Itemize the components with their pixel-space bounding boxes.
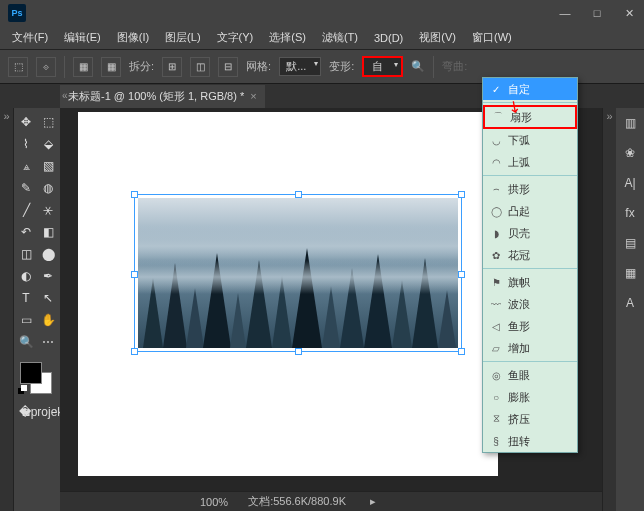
marquee-tool[interactable]: ⬚	[38, 112, 58, 132]
menu-separator	[483, 102, 577, 103]
screen-mode-tool[interactable]: �projektor	[38, 402, 58, 422]
panel-channels-icon[interactable]: ▦	[621, 264, 639, 282]
close-tab-icon[interactable]: ×	[250, 90, 256, 102]
quick-select-tool[interactable]: ⬙	[38, 134, 58, 154]
crop-tool[interactable]: ⟁	[16, 156, 36, 176]
left-collapse-strip[interactable]: »	[0, 108, 14, 511]
warp-item-twist[interactable]: §扭转	[483, 430, 577, 452]
collapse-left-icon[interactable]: «	[62, 90, 68, 101]
transform-bounds[interactable]	[134, 194, 462, 352]
menu-window[interactable]: 窗口(W)	[468, 28, 516, 47]
menu-file[interactable]: 文件(F)	[8, 28, 52, 47]
warp-mode-icon[interactable]: ⟐	[36, 57, 56, 77]
stamp-tool[interactable]: ⚹	[38, 200, 58, 220]
warp-item-flag[interactable]: ⚑旗帜	[483, 271, 577, 293]
menu-edit[interactable]: 编辑(E)	[60, 28, 105, 47]
document-tab[interactable]: 未标题-1 @ 100% (矩形 1, RGB/8) * ×	[60, 85, 265, 108]
handle-ne[interactable]	[458, 191, 465, 198]
menu-filter[interactable]: 滤镜(T)	[318, 28, 362, 47]
warp-item-arc[interactable]: ⌒扇形	[483, 105, 577, 129]
lasso-tool[interactable]: ⌇	[16, 134, 36, 154]
handle-se[interactable]	[458, 348, 465, 355]
minimize-button[interactable]: —	[558, 7, 572, 20]
warp-item-wave[interactable]: 〰波浪	[483, 293, 577, 315]
frame-tool[interactable]: ▧	[38, 156, 58, 176]
flower-icon: ✿	[489, 249, 503, 261]
warp-item-arch[interactable]: ⌢拱形	[483, 178, 577, 200]
warp-item-arc-upper[interactable]: ◠上弧	[483, 151, 577, 173]
maximize-button[interactable]: □	[590, 7, 604, 20]
handle-s[interactable]	[295, 348, 302, 355]
path-tool[interactable]: ↖	[38, 288, 58, 308]
grid-dropdown[interactable]: 默...	[279, 57, 321, 76]
shape-tool[interactable]: ▭	[16, 310, 36, 330]
move-tool[interactable]: ✥	[16, 112, 36, 132]
dodge-tool[interactable]: ◐	[16, 266, 36, 286]
doc-info[interactable]: 文档:556.6K/880.9K	[248, 494, 346, 509]
grid-label: 网格:	[246, 59, 271, 74]
warp-item-fish[interactable]: ◁鱼形	[483, 315, 577, 337]
panel-character-icon[interactable]: A|	[621, 174, 639, 192]
handle-e[interactable]	[458, 271, 465, 278]
warp-item-label: 贝壳	[508, 226, 530, 241]
color-swatches[interactable]	[16, 360, 58, 400]
grid-icon-1[interactable]: ▦	[73, 57, 93, 77]
split-h-icon[interactable]: ⊟	[218, 57, 238, 77]
zoom-level[interactable]: 100%	[200, 496, 228, 508]
warp-item-squeeze[interactable]: ⧖挤压	[483, 408, 577, 430]
warp-item-shell-lower[interactable]: ◗贝壳	[483, 222, 577, 244]
search-icon[interactable]: 🔍	[411, 60, 425, 73]
blur-tool[interactable]: ⬤	[38, 244, 58, 264]
warp-item-rise[interactable]: ▱增加	[483, 337, 577, 359]
warp-style-dropdown[interactable]: 自	[362, 56, 403, 77]
edit-toolbar[interactable]: ⋯	[38, 332, 58, 352]
foreground-color[interactable]	[20, 362, 42, 384]
default-colors-icon[interactable]	[18, 388, 28, 398]
grid-icon-2[interactable]: ▦	[101, 57, 121, 77]
transform-icon[interactable]: ⬚	[8, 57, 28, 77]
panel-styles-icon[interactable]: fx	[621, 204, 639, 222]
warp-item-label: 膨胀	[508, 390, 530, 405]
type-tool[interactable]: T	[16, 288, 36, 308]
handle-nw[interactable]	[131, 191, 138, 198]
close-button[interactable]: ✕	[622, 7, 636, 20]
panel-layers-icon[interactable]: ▤	[621, 234, 639, 252]
zoom-tool[interactable]: 🔍	[16, 332, 36, 352]
panel-color-icon[interactable]: ▥	[621, 114, 639, 132]
warp-item-custom[interactable]: ✓自定	[483, 78, 577, 100]
gradient-tool[interactable]: ◫	[16, 244, 36, 264]
titlebar: Ps — □ ✕	[0, 0, 644, 26]
brush-tool[interactable]: ╱	[16, 200, 36, 220]
warp-item-arc-lower[interactable]: ◡下弧	[483, 129, 577, 151]
warp-item-shell-upper[interactable]: ✿花冠	[483, 244, 577, 266]
heal-tool[interactable]: ◍	[38, 178, 58, 198]
warp-label: 变形:	[329, 59, 354, 74]
eyedropper-tool[interactable]: ✎	[16, 178, 36, 198]
handle-n[interactable]	[295, 191, 302, 198]
eraser-tool[interactable]: ◧	[38, 222, 58, 242]
handle-w[interactable]	[131, 271, 138, 278]
split-cross-icon[interactable]: ⊞	[162, 57, 182, 77]
menu-image[interactable]: 图像(I)	[113, 28, 153, 47]
hand-tool[interactable]: ✋	[38, 310, 58, 330]
menu-select[interactable]: 选择(S)	[265, 28, 310, 47]
menu-type[interactable]: 文字(Y)	[213, 28, 258, 47]
canvas[interactable]	[78, 112, 498, 476]
doc-info-arrow-icon[interactable]: ▸	[370, 495, 376, 508]
handle-sw[interactable]	[131, 348, 138, 355]
warp-style-menu: ✓自定 ⌒扇形 ◡下弧 ◠上弧 ⌢拱形 ◯凸起 ◗贝壳 ✿花冠 ⚑旗帜 〰波浪 …	[482, 77, 578, 453]
warp-item-fisheye[interactable]: ◎鱼眼	[483, 364, 577, 386]
panel-swatches-icon[interactable]: ❀	[621, 144, 639, 162]
right-collapse-strip[interactable]: »	[602, 108, 616, 511]
history-brush-tool[interactable]: ↶	[16, 222, 36, 242]
bulge-icon: ◯	[489, 205, 503, 217]
warp-item-bulge[interactable]: ◯凸起	[483, 200, 577, 222]
warp-item-inflate[interactable]: ○膨胀	[483, 386, 577, 408]
split-v-icon[interactable]: ◫	[190, 57, 210, 77]
warp-item-label: 鱼眼	[508, 368, 530, 383]
menu-view[interactable]: 视图(V)	[415, 28, 460, 47]
menu-3d[interactable]: 3D(D)	[370, 30, 407, 46]
panel-glyphs-icon[interactable]: A	[621, 294, 639, 312]
menu-layer[interactable]: 图层(L)	[161, 28, 204, 47]
pen-tool[interactable]: ✒	[38, 266, 58, 286]
